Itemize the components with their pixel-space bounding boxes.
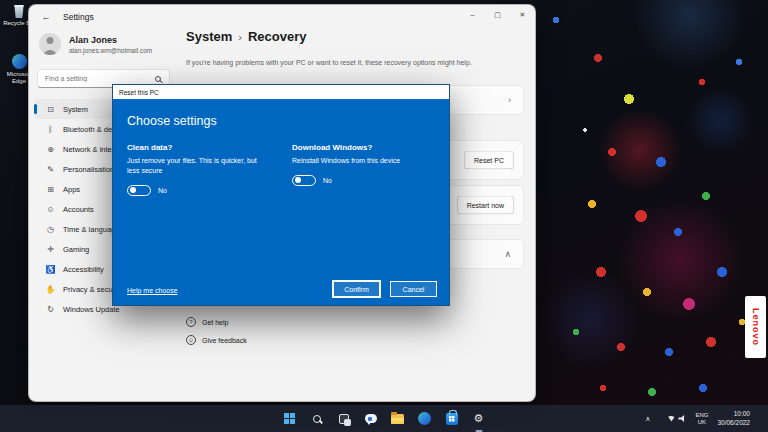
sidebar-item-label: System: [63, 105, 88, 114]
privacy-icon: ✋: [44, 285, 57, 294]
clean-data-description: Just remove your files. This is quicker,…: [127, 156, 269, 176]
network-icon: ⊕: [44, 145, 57, 154]
wifi-icon: [667, 416, 675, 422]
clean-data-title: Clean data?: [127, 143, 270, 152]
chat-button[interactable]: [359, 408, 382, 430]
store-button[interactable]: [440, 408, 463, 430]
profile-text: Alan Jones alan.jones.wm@hotmail.com: [69, 35, 152, 54]
get-help-link[interactable]: ? Get help: [186, 317, 228, 327]
page-title: Recovery: [248, 29, 307, 44]
dialog-body: Choose settings Clean data? Just remove …: [113, 99, 449, 307]
update-icon: ↻: [44, 305, 57, 314]
bluetooth-icon: ᛒ: [44, 125, 57, 134]
download-windows-toggle[interactable]: No: [292, 175, 435, 186]
toggle-off-icon: [127, 185, 151, 196]
page-description: If you're having problems with your PC o…: [186, 59, 534, 66]
dialog-buttons: Confirm Cancel: [333, 281, 437, 297]
give-feedback-link[interactable]: ☺ Give feedback: [186, 335, 247, 345]
search-icon: [155, 76, 161, 82]
chevron-up-icon: ∧: [504, 249, 511, 259]
cancel-button[interactable]: Cancel: [390, 281, 437, 297]
edge-icon: [12, 54, 27, 69]
system-tray: ∧ ENG UK 10:00 30/06/2022: [645, 405, 750, 432]
dialog-options: Clean data? Just remove your files. This…: [127, 143, 435, 196]
chevron-right-icon: ›: [238, 31, 242, 43]
back-icon: ←: [42, 12, 51, 22]
lenovo-logo-text: Lenovo: [751, 308, 761, 346]
accounts-icon: ☺: [44, 205, 57, 214]
settings-taskbar-button[interactable]: ⚙: [467, 408, 490, 430]
tray-time: 10:00: [717, 410, 750, 418]
window-title: Settings: [63, 12, 94, 22]
edge-icon: [418, 412, 431, 425]
toggle-label: No: [158, 187, 167, 194]
confirm-button[interactable]: Confirm: [333, 281, 380, 297]
clock-icon: ◷: [44, 225, 57, 234]
chevron-right-icon: ›: [508, 95, 511, 105]
task-view-icon: [339, 414, 349, 424]
volume-icon: [678, 415, 686, 422]
breadcrumb-system[interactable]: System: [186, 29, 232, 44]
sidebar-item-label: Apps: [63, 185, 80, 194]
edge-button[interactable]: [413, 408, 436, 430]
download-windows-description: Reinstall Windows from this device: [292, 156, 434, 166]
language-region: UK: [695, 419, 708, 426]
store-icon: [446, 413, 458, 425]
feedback-icon: ☺: [186, 335, 196, 345]
apps-icon: ⊞: [44, 185, 57, 194]
restart-now-button[interactable]: Restart now: [457, 196, 514, 215]
personalisation-icon: ✎: [44, 165, 57, 174]
taskbar-center: ⚙: [278, 405, 490, 432]
sidebar-item-label: Personalisation: [63, 165, 114, 174]
chat-icon: [365, 414, 377, 423]
recycle-bin-icon: [14, 5, 25, 18]
breadcrumb: System › Recovery: [186, 29, 306, 44]
sidebar-item-label: Time & language: [63, 225, 119, 234]
accessibility-icon: ♿: [44, 265, 57, 274]
tray-status-icons[interactable]: [667, 415, 686, 422]
taskbar: ⚙ ∧ ENG UK 10:00 30/06/2022: [0, 405, 768, 432]
clean-data-option: Clean data? Just remove your files. This…: [127, 143, 270, 196]
dialog-titlebar: Reset this PC: [113, 85, 449, 99]
clean-data-toggle[interactable]: No: [127, 185, 270, 196]
folder-icon: [391, 414, 404, 424]
reset-pc-button[interactable]: Reset PC: [464, 151, 514, 170]
tray-chevron-icon[interactable]: ∧: [645, 415, 650, 423]
sidebar-item-label: Accounts: [63, 205, 94, 214]
sidebar-item-label: Accessibility: [63, 265, 104, 274]
gear-icon: ⚙: [474, 413, 484, 424]
back-button[interactable]: ←: [37, 9, 55, 25]
get-help-label: Get help: [202, 319, 228, 326]
gaming-icon: ✛: [44, 245, 57, 254]
system-icon: ⊡: [44, 105, 57, 114]
language-indicator[interactable]: ENG UK: [695, 412, 708, 426]
dialog-title: Reset this PC: [119, 89, 159, 96]
search-input[interactable]: [38, 75, 155, 82]
toggle-off-icon: [292, 175, 316, 186]
desktop: Recycle Bin Microsoft Edge Lenovo ← Sett…: [0, 0, 768, 432]
lenovo-badge: Lenovo: [745, 296, 766, 358]
download-windows-option: Download Windows? Reinstall Windows from…: [292, 143, 435, 196]
avatar: [39, 33, 61, 55]
clock[interactable]: 10:00 30/06/2022: [717, 410, 750, 427]
user-email: alan.jones.wm@hotmail.com: [69, 47, 152, 54]
tray-date: 30/06/2022: [717, 419, 750, 427]
task-view-button[interactable]: [332, 408, 355, 430]
account-profile[interactable]: Alan Jones alan.jones.wm@hotmail.com: [39, 33, 152, 55]
start-button[interactable]: [278, 408, 301, 430]
file-explorer-button[interactable]: [386, 408, 409, 430]
question-icon: ?: [186, 317, 196, 327]
toggle-label: No: [323, 177, 332, 184]
windows-logo-icon: [284, 413, 295, 424]
language-code: ENG: [695, 412, 708, 419]
give-feedback-label: Give feedback: [202, 337, 247, 344]
sidebar-item-label: Gaming: [63, 245, 89, 254]
search-icon: [313, 415, 321, 423]
user-name: Alan Jones: [69, 35, 152, 45]
help-me-choose-link[interactable]: Help me choose: [127, 287, 178, 294]
reset-this-pc-dialog: Reset this PC Choose settings Clean data…: [112, 84, 450, 306]
search-button[interactable]: [305, 408, 328, 430]
dialog-heading: Choose settings: [127, 114, 435, 128]
download-windows-title: Download Windows?: [292, 143, 435, 152]
